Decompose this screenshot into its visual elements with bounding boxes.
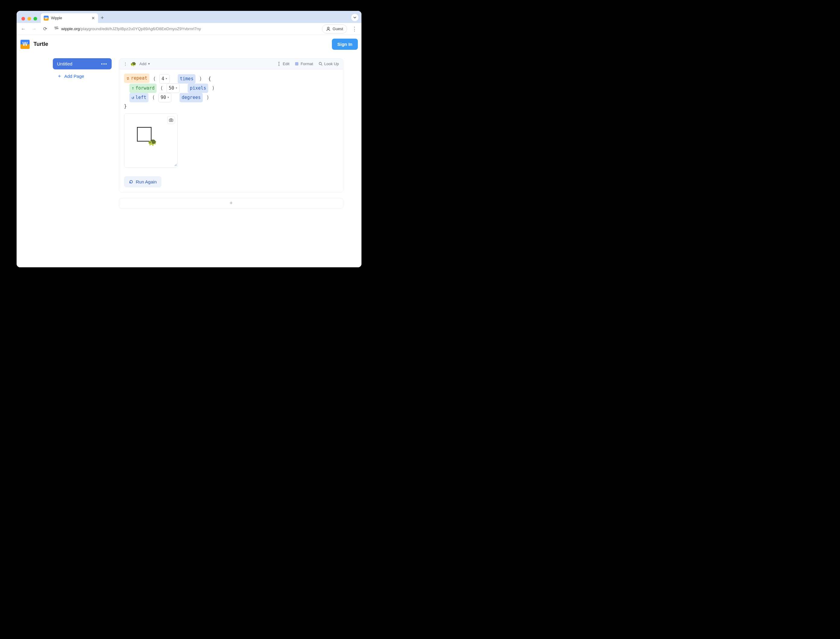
screenshot-button[interactable] xyxy=(167,116,175,124)
browser-window: W Wipple ✕ + ← → ⟳ wipple.org/playground… xyxy=(17,11,361,267)
browser-toolbar: ← → ⟳ wipple.org/playground/edit/hJZfpIB… xyxy=(17,23,361,35)
times-label: times xyxy=(180,75,193,83)
lookup-button[interactable]: Look Up xyxy=(319,62,339,66)
browser-menu-button[interactable]: ⋮ xyxy=(351,25,358,32)
svg-rect-5 xyxy=(295,62,298,65)
svg-point-2 xyxy=(57,27,58,28)
add-block-button[interactable]: Add ▾ xyxy=(139,62,150,66)
chevron-down-icon xyxy=(353,16,356,19)
left-value: 90 xyxy=(161,94,166,102)
repeat-token[interactable]: repeat xyxy=(124,74,150,83)
forward-value-input[interactable]: 50 ▾ xyxy=(167,84,180,93)
search-icon xyxy=(319,62,323,66)
format-icon xyxy=(295,62,299,66)
favicon-icon: W xyxy=(44,16,49,21)
format-label: Format xyxy=(301,62,313,66)
run-label: Run Again xyxy=(136,179,157,184)
open-brace: { xyxy=(208,76,211,81)
left-token[interactable]: ↺ left xyxy=(129,93,148,102)
svg-point-4 xyxy=(328,27,329,29)
close-paren: ) xyxy=(211,85,215,91)
back-button[interactable]: ← xyxy=(20,26,27,32)
browser-tab[interactable]: W Wipple ✕ xyxy=(41,13,98,23)
app-logo-icon[interactable]: W xyxy=(20,40,30,49)
turtle-sprite-icon: 🐢 xyxy=(148,138,157,146)
lookup-label: Look Up xyxy=(325,62,339,66)
rotate-left-icon: ↺ xyxy=(132,94,134,102)
add-page-button[interactable]: ＋ Add Page xyxy=(53,71,111,81)
times-token[interactable]: times xyxy=(178,74,196,84)
add-label: Add xyxy=(139,62,146,66)
svg-point-3 xyxy=(55,28,56,29)
format-button[interactable]: Format xyxy=(295,62,313,66)
open-paren: ( xyxy=(152,76,157,81)
svg-line-7 xyxy=(321,65,322,65)
run-again-button[interactable]: Run Again xyxy=(124,176,161,188)
maximize-window-icon[interactable] xyxy=(33,17,37,21)
arrow-up-icon: ↑ xyxy=(132,84,134,92)
repeat-value: 4 xyxy=(161,75,164,83)
workspace: Untitled ••• ＋ Add Page ⋮ 🐢 Add xyxy=(17,53,361,221)
resize-handle-icon[interactable]: ◢ xyxy=(174,163,177,167)
app-root: W Turtle Sign In Untitled ••• ＋ Add Page xyxy=(17,35,361,267)
forward-token[interactable]: ↑ forward xyxy=(129,84,157,93)
svg-rect-8 xyxy=(169,119,173,122)
close-paren: ) xyxy=(198,76,203,81)
open-paren: ( xyxy=(159,85,164,91)
pixels-token[interactable]: pixels xyxy=(188,84,208,93)
card-menu-button[interactable]: ⋮ xyxy=(123,62,127,66)
repeat-icon xyxy=(126,76,130,80)
sidebar: Untitled ••• ＋ Add Page xyxy=(53,58,111,209)
sidebar-page-item[interactable]: Untitled ••• xyxy=(53,58,111,69)
user-icon xyxy=(326,27,331,31)
code-editor[interactable]: repeat ( 4 ▾ times xyxy=(124,74,338,110)
turtle-icon: 🐢 xyxy=(130,61,136,67)
signin-button[interactable]: Sign In xyxy=(332,39,358,50)
code-card: ⋮ 🐢 Add ▾ Edit xyxy=(119,58,344,192)
plus-icon: + xyxy=(230,200,233,207)
code-line-1: repeat ( 4 ▾ times xyxy=(124,74,338,84)
page-title: Turtle xyxy=(33,41,48,48)
forward-value: 50 xyxy=(169,84,174,92)
url-host: wipple.org xyxy=(61,27,80,31)
code-body: repeat ( 4 ▾ times xyxy=(119,69,343,172)
degrees-token[interactable]: degrees xyxy=(180,93,203,102)
pixels-label: pixels xyxy=(190,84,206,92)
url-path: /playground/edit/hJZfpIBpz2u0YQp89Ag6/D8… xyxy=(80,27,201,31)
profile-label: Guest xyxy=(332,27,343,31)
sidebar-page-label: Untitled xyxy=(57,61,72,67)
address-bar[interactable]: wipple.org/playground/edit/hJZfpIBpz2u0Y… xyxy=(52,26,318,32)
reload-button[interactable]: ⟳ xyxy=(41,26,49,32)
svg-point-6 xyxy=(319,62,321,65)
left-label: left xyxy=(135,94,146,102)
code-line-2: ↑ forward ( 50 ▾ pixels xyxy=(124,84,338,93)
repeat-value-input[interactable]: 4 ▾ xyxy=(159,74,170,84)
camera-icon xyxy=(169,118,173,122)
degrees-label: degrees xyxy=(181,94,200,102)
text-cursor-icon xyxy=(277,62,281,66)
page-options-icon[interactable]: ••• xyxy=(101,62,107,67)
chevron-down-icon: ▾ xyxy=(167,94,169,100)
window-controls xyxy=(20,17,40,23)
forward-label: forward xyxy=(135,84,154,92)
close-window-icon[interactable] xyxy=(21,17,25,21)
add-card-button[interactable]: + xyxy=(119,198,344,209)
edit-button[interactable]: Edit xyxy=(277,62,290,66)
new-tab-button[interactable]: + xyxy=(98,15,107,23)
app-header: W Turtle Sign In xyxy=(17,35,361,53)
tab-title: Wipple xyxy=(51,16,62,20)
editor-toolbar: ⋮ 🐢 Add ▾ Edit xyxy=(119,59,343,69)
close-tab-icon[interactable]: ✕ xyxy=(91,16,95,21)
profile-button[interactable]: Guest xyxy=(322,24,347,33)
site-settings-icon[interactable] xyxy=(54,26,59,32)
chevron-down-icon: ▾ xyxy=(175,85,177,91)
close-paren: ) xyxy=(205,95,210,100)
minimize-window-icon[interactable] xyxy=(27,17,31,21)
left-value-input[interactable]: 90 ▾ xyxy=(158,93,171,102)
refresh-icon xyxy=(129,180,134,184)
chevron-down-icon: ▾ xyxy=(148,62,150,66)
plus-icon: ＋ xyxy=(57,73,62,79)
code-line-3: ↺ left ( 90 ▾ degrees xyxy=(124,93,338,102)
tabs-menu-button[interactable] xyxy=(351,14,358,21)
forward-button[interactable]: → xyxy=(30,26,38,32)
